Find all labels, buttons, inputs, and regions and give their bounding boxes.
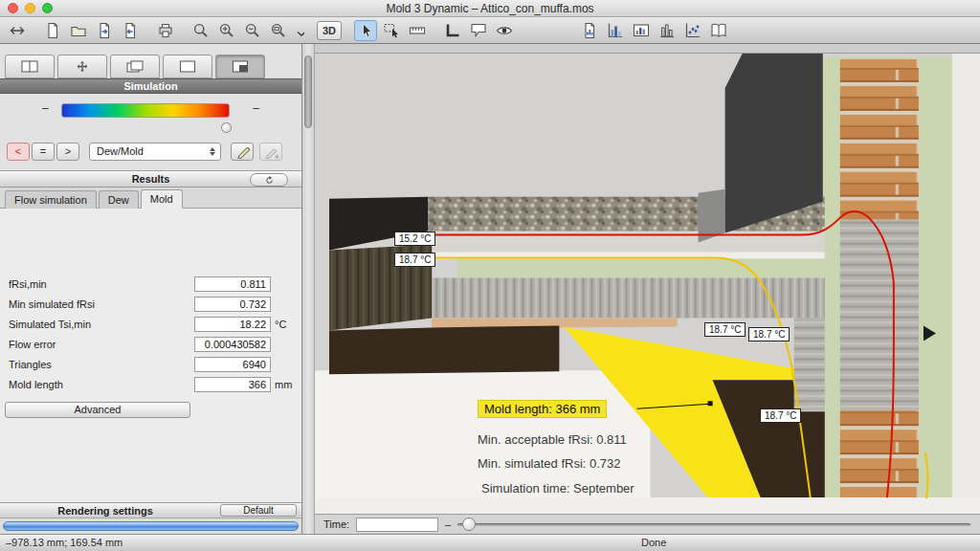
results-tab-bar: Flow simulation Dew Mold: [0, 187, 301, 209]
export-document-button[interactable]: [119, 20, 142, 41]
next-step-button[interactable]: >: [56, 143, 79, 161]
simulation-header: Simulation: [0, 78, 301, 94]
zoom-button-tool[interactable]: [189, 20, 212, 41]
canvas-vertical-scrollbar[interactable]: [302, 44, 315, 534]
title-bar: Mold 3 Dynamic – Attico_con_muffa.mos: [0, 0, 980, 17]
prev-step-button[interactable]: <: [7, 143, 30, 161]
measure-button[interactable]: [406, 20, 429, 41]
view-tab-corner[interactable]: [215, 55, 265, 78]
view-tab-single[interactable]: [163, 55, 212, 78]
select-region-button[interactable]: [380, 20, 403, 41]
results-header: Results: [0, 170, 301, 187]
window-title: Mold 3 Dynamic – Attico_con_muffa.mos: [386, 2, 593, 15]
cursor-icon: [357, 22, 374, 39]
column-chart-button[interactable]: [656, 20, 679, 41]
window-controls: [8, 3, 53, 13]
3d-toggle-button[interactable]: 3D: [317, 21, 342, 40]
zoom-out-button[interactable]: [241, 20, 264, 41]
field-unit: mm: [275, 379, 292, 390]
model-canvas[interactable]: 15.2 °C 18.7 °C 18.7 °C 18.7 °C 18.7 °C …: [315, 53, 980, 514]
open-document-button[interactable]: [67, 20, 90, 41]
tab-flow-simulation[interactable]: Flow simulation: [5, 190, 97, 209]
field-value[interactable]: 0.000430582: [194, 337, 271, 352]
cascade-view-icon: [126, 60, 144, 73]
nav-arrows-icon: [9, 22, 26, 39]
field-value[interactable]: 366: [194, 377, 271, 392]
report-book-button[interactable]: [707, 20, 730, 41]
time-slider[interactable]: [457, 515, 970, 534]
refresh-results-button[interactable]: [250, 173, 288, 187]
tab-mold[interactable]: Mold: [141, 189, 183, 209]
export-document-icon: [122, 22, 139, 39]
column-chart-icon: [658, 22, 676, 39]
scrollbar-thumb[interactable]: [304, 55, 312, 128]
book-icon: [710, 22, 727, 39]
chart-panel-button[interactable]: [630, 20, 653, 41]
app-window: Mold 3 Dynamic – Attico_con_muffa.mos 3D: [0, 0, 980, 551]
time-slider-thumb[interactable]: [462, 518, 476, 531]
refresh-icon: [264, 175, 275, 186]
field-label: Min simulated fRsi: [9, 298, 95, 310]
field-simulated-tsi-min: Simulated Tsi,min 18.22 °C: [0, 316, 301, 336]
import-document-icon: [96, 22, 113, 39]
rendering-settings-bar: Rendering settings Default: [0, 502, 301, 518]
edit-levels-button[interactable]: [259, 143, 282, 161]
field-value[interactable]: 0.732: [194, 297, 271, 312]
chart-panel-icon: [633, 22, 650, 39]
ruler-icon: [409, 22, 426, 39]
edit-scale-button[interactable]: [231, 143, 254, 161]
minimize-button[interactable]: [25, 3, 35, 13]
simulated-frsi-annotation: Min. simulated fRsi: 0.732: [478, 456, 621, 471]
zoom-selection-button[interactable]: [267, 20, 290, 41]
report-chart-button[interactable]: [578, 20, 601, 41]
view-tab-cascade[interactable]: [110, 55, 160, 78]
select-cursor-button[interactable]: [354, 20, 377, 41]
zoom-out-icon: [244, 22, 261, 39]
field-value[interactable]: 18.22: [194, 317, 271, 332]
corner-view-icon: [232, 60, 249, 73]
tab-dew[interactable]: Dew: [99, 190, 139, 209]
import-document-button[interactable]: [93, 20, 116, 41]
field-frsi-min: fRsi,min 0.811: [0, 276, 301, 296]
zoom-selection-icon: [270, 22, 287, 39]
dew-mold-dropdown[interactable]: Dew/Mold: [89, 143, 221, 161]
nav-arrows-button[interactable]: [6, 20, 29, 41]
bar-chart-icon: [607, 22, 624, 39]
cursor-region-icon: [383, 22, 400, 39]
print-button[interactable]: [154, 20, 177, 41]
status-bar: –978.13 mm; 169.54 mm Done: [0, 534, 980, 551]
construction-detail-drawing: [315, 54, 980, 514]
time-input[interactable]: [356, 518, 438, 532]
acceptable-frsi-annotation: Min. acceptable fRsi: 0.811: [478, 432, 627, 447]
zoom-button[interactable]: [42, 3, 53, 13]
field-value[interactable]: 0.811: [194, 276, 271, 292]
color-scale-area: – –: [0, 94, 301, 139]
zoom-in-button[interactable]: [215, 20, 238, 41]
temperature-label: 18.7 °C: [394, 253, 435, 267]
field-value[interactable]: 6940: [194, 357, 271, 372]
new-document-button[interactable]: [41, 20, 64, 41]
advanced-button[interactable]: Advanced: [5, 402, 190, 418]
color-scale-gradient: [61, 103, 230, 118]
bar-chart-button[interactable]: [604, 20, 627, 41]
view-tab-split[interactable]: [5, 55, 55, 78]
equal-step-button[interactable]: =: [32, 143, 55, 161]
comment-button[interactable]: [467, 20, 490, 41]
progress-strip: [0, 518, 301, 534]
zoom-menu-button[interactable]: [293, 20, 304, 41]
single-view-icon: [179, 60, 196, 73]
dropdown-arrows-icon: [207, 145, 217, 159]
view-tab-move[interactable]: [57, 55, 107, 78]
close-button[interactable]: [8, 3, 18, 13]
time-slider-track[interactable]: [457, 523, 970, 526]
zoom-icon: [192, 22, 210, 39]
point-chart-button[interactable]: [681, 20, 704, 41]
default-button[interactable]: Default: [220, 504, 297, 517]
time-minus-label: –: [445, 518, 451, 530]
angle-tool-button[interactable]: [441, 20, 464, 41]
mold-length-callout: Mold length: 366 mm: [478, 400, 607, 418]
dropdown-value: Dew/Mold: [90, 145, 144, 157]
visibility-button[interactable]: [493, 20, 516, 41]
new-document-icon: [44, 22, 61, 39]
scale-slider-thumb[interactable]: [221, 122, 232, 133]
